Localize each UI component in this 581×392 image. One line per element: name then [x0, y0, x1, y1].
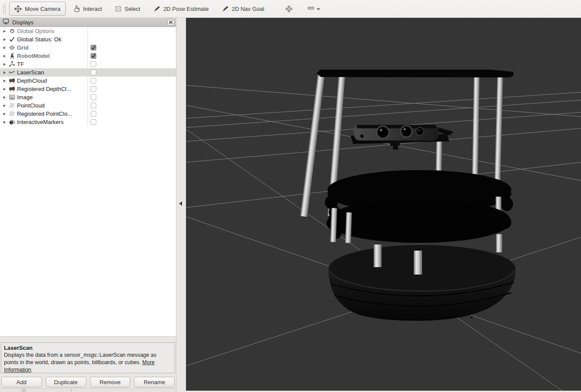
tree-row-label: LaserScan — [17, 69, 44, 76]
expand-arrow-icon[interactable] — [3, 121, 6, 124]
robot-pole-front-left — [301, 73, 325, 217]
nav-goal-button[interactable]: 2D Nav Goal — [216, 2, 269, 16]
tree-row-image[interactable]: Image — [0, 93, 176, 101]
robot-standoff-base-right — [496, 234, 502, 252]
tree-row-laserscan[interactable]: LaserScan — [0, 68, 176, 77]
tree-row-name-cell: Registered DepthCl... — [0, 85, 88, 93]
expand-arrow-icon[interactable] — [3, 71, 6, 74]
tree-row-pointcloud[interactable]: PointCloud — [0, 101, 176, 110]
enable-checkbox[interactable] — [91, 61, 96, 67]
interact-button[interactable]: Interact — [68, 2, 107, 16]
tree-row-robotmodel[interactable]: RobotModel — [0, 52, 176, 60]
remove-tool-button[interactable] — [307, 6, 320, 12]
collapse-panel-arrow-icon[interactable] — [179, 201, 182, 206]
3d-viewport[interactable] — [186, 18, 581, 391]
minus-icon — [307, 6, 314, 12]
select-label: Select — [125, 6, 140, 12]
robot-standoff-base-mid — [414, 251, 422, 275]
tree-row-grid[interactable]: Grid — [0, 44, 176, 52]
expand-arrow-icon[interactable] — [3, 80, 6, 82]
move-camera-button[interactable]: Move Camera — [9, 2, 66, 16]
remove-button[interactable]: Remove — [90, 377, 131, 387]
pose-estimate-label: 2D Pose Estimate — [163, 6, 209, 12]
add-button[interactable]: Add — [1, 377, 42, 387]
monitor-icon — [3, 18, 9, 26]
toolbar-grip[interactable] — [3, 3, 6, 14]
tree-row-global-status-ok[interactable]: Global Status: Ok — [0, 35, 176, 44]
pose-estimate-button[interactable]: 2D Pose Estimate — [148, 2, 214, 16]
description-title: LaserScan — [4, 344, 172, 352]
enable-checkbox[interactable] — [91, 86, 96, 92]
select-button[interactable]: Select — [110, 2, 145, 16]
robot-icon — [8, 53, 16, 59]
tree-row-value-cell — [88, 101, 176, 110]
tf-icon — [8, 61, 16, 67]
enable-checkbox[interactable] — [91, 119, 96, 125]
panel-gap — [0, 337, 176, 342]
tree-row-name-cell: Image — [0, 93, 88, 101]
tree-row-label: InteractiveMarkers — [17, 119, 64, 125]
move-camera-icon — [14, 5, 22, 13]
bottom-panel-edge[interactable] — [0, 388, 176, 392]
expand-arrow-icon[interactable] — [3, 47, 6, 49]
tree-row-global-options[interactable]: Global Options — [0, 27, 176, 35]
enable-checkbox[interactable] — [91, 53, 96, 59]
display-description: LaserScan Displays the data from a senso… — [1, 342, 175, 373]
nav-goal-label: 2D Nav Goal — [232, 6, 264, 12]
check-icon — [8, 37, 16, 42]
expand-arrow-icon[interactable] — [3, 88, 6, 90]
robot-model — [301, 70, 516, 321]
tree-row-label: Global Options — [17, 28, 54, 34]
pose-estimate-arrow-icon — [153, 5, 160, 12]
tree-row-interactivemarkers[interactable]: InteractiveMarkers — [0, 118, 176, 126]
rename-button[interactable]: Rename — [134, 377, 175, 387]
displays-panel-titlebar[interactable]: Displays — [0, 18, 176, 27]
tree-row-registered-depthcl[interactable]: Registered DepthCl... — [0, 85, 176, 93]
tree-row-name-cell: Global Options — [0, 27, 88, 35]
add-tool-button[interactable] — [280, 2, 298, 16]
expand-arrow-icon[interactable] — [3, 104, 6, 107]
tree-row-label: Global Status: Ok — [17, 36, 61, 43]
description-body: Displays the data from a sensor_msgs::La… — [4, 352, 172, 373]
tree-row-label: DepthCloud — [17, 77, 47, 84]
interact-label: Interact — [83, 6, 102, 12]
expand-arrow-icon[interactable] — [3, 38, 6, 41]
robot-top-plate — [317, 70, 513, 77]
description-suffix: . — [31, 367, 33, 373]
tree-row-label: Registered DepthCl... — [17, 86, 71, 92]
expand-arrow-icon[interactable] — [3, 96, 6, 99]
enable-checkbox[interactable] — [91, 70, 96, 75]
enable-checkbox[interactable] — [91, 103, 96, 108]
expand-arrow-icon[interactable] — [3, 30, 6, 33]
tree-row-value-cell — [88, 27, 176, 35]
tree-row-tf[interactable]: TF — [0, 60, 176, 68]
tree-row-value-cell — [88, 52, 176, 60]
tree-row-depthcloud[interactable]: DepthCloud — [0, 77, 176, 85]
expand-arrow-icon[interactable] — [3, 113, 6, 115]
tree-row-value-cell — [88, 93, 176, 101]
tool-dropdown-caret[interactable] — [317, 8, 320, 10]
tree-row-name-cell: Registered PointClo... — [0, 110, 88, 118]
tree-row-registered-pointclo[interactable]: Registered PointClo... — [0, 110, 176, 118]
robot-standoff-base-left — [374, 245, 382, 267]
expand-arrow-icon[interactable] — [3, 55, 6, 57]
tree-row-label: Registered PointClo... — [17, 111, 72, 117]
expand-arrow-icon[interactable] — [3, 63, 6, 66]
tree-row-name-cell: InteractiveMarkers — [0, 118, 88, 126]
duplicate-button[interactable]: Duplicate — [46, 377, 86, 387]
kinect-lens-left — [377, 126, 389, 138]
bottom-panel-chip — [22, 389, 26, 392]
tree-row-name-cell: Global Status: Ok — [0, 35, 88, 44]
depthcam-icon — [8, 86, 16, 92]
close-panel-button[interactable] — [167, 19, 174, 26]
grid-icon — [8, 44, 16, 51]
rviz-window: { "toolbar": { "move_camera": "Move Came… — [0, 0, 581, 392]
enable-checkbox[interactable] — [91, 78, 96, 84]
enable-checkbox[interactable] — [91, 111, 96, 117]
panel-gutter — [176, 18, 186, 392]
kinect-lens-middle — [401, 126, 412, 137]
displays-tree: Global OptionsGlobal Status: OkGridRobot… — [0, 27, 176, 337]
enable-checkbox[interactable] — [91, 94, 96, 100]
plus-icon — [285, 5, 293, 13]
enable-checkbox[interactable] — [91, 45, 96, 50]
